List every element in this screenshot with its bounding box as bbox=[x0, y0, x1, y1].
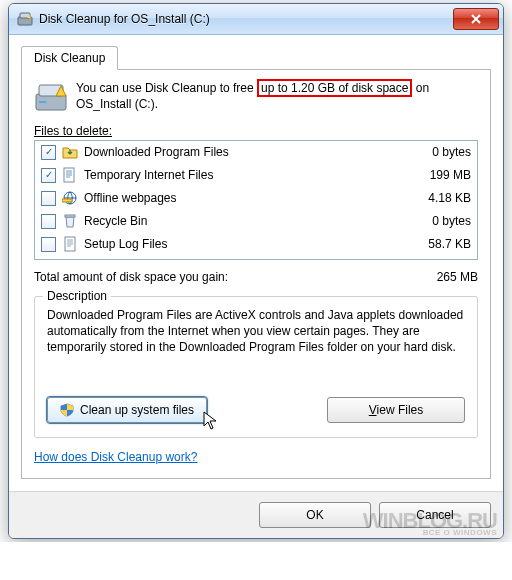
description-title: Description bbox=[43, 289, 111, 303]
files-to-delete-label: Files to delete: bbox=[34, 124, 478, 138]
tab-strip: Disk Cleanup bbox=[21, 46, 491, 70]
offline-web-icon bbox=[62, 190, 78, 206]
total-label: Total amount of disk space you gain: bbox=[34, 270, 437, 284]
cleanup-system-files-button[interactable]: Clean up system files bbox=[47, 397, 207, 423]
total-value: 265 MB bbox=[437, 270, 478, 284]
list-item-label: Downloaded Program Files bbox=[84, 145, 405, 159]
checkbox[interactable] bbox=[41, 237, 56, 252]
client-area: Disk Cleanup You can use Disk Cleanup to… bbox=[9, 35, 503, 491]
app-icon bbox=[17, 11, 33, 27]
tab-panel: You can use Disk Cleanup to free up to 1… bbox=[21, 69, 491, 479]
watermark-line2: ВСЕ О WINDOWS bbox=[363, 530, 497, 536]
list-item-size: 0 bytes bbox=[411, 145, 471, 159]
dialog-window: Disk Cleanup for OS_Install (C:) Disk Cl… bbox=[8, 3, 504, 539]
dialog-footer: OK Cancel WINBLOG.RU ВСЕ О WINDOWS bbox=[9, 491, 503, 538]
list-item[interactable]: Setup Log Files 58.7 KB bbox=[35, 233, 477, 256]
list-item-label: Offline webpages bbox=[84, 191, 405, 205]
intro-highlight: up to 1.20 GB of disk space bbox=[257, 79, 412, 97]
cancel-button[interactable]: Cancel bbox=[379, 502, 491, 528]
view-files-label: View Files bbox=[369, 403, 423, 417]
view-files-button[interactable]: View Files bbox=[327, 397, 465, 423]
intro-text: You can use Disk Cleanup to free up to 1… bbox=[76, 80, 478, 112]
checkbox[interactable] bbox=[41, 145, 56, 160]
svg-rect-8 bbox=[65, 215, 75, 217]
list-item-size: 58.7 KB bbox=[411, 237, 471, 251]
folder-download-icon bbox=[62, 144, 78, 160]
files-list[interactable]: Downloaded Program Files 0 bytes Tempora… bbox=[34, 140, 478, 260]
list-item[interactable]: Recycle Bin 0 bytes bbox=[35, 210, 477, 233]
disk-cleanup-icon bbox=[34, 80, 68, 114]
list-item-label: Setup Log Files bbox=[84, 237, 405, 251]
list-item-label: Temporary Internet Files bbox=[84, 168, 405, 182]
intro-prefix: You can use Disk Cleanup to free bbox=[76, 81, 257, 95]
close-button[interactable] bbox=[453, 8, 499, 30]
ok-button[interactable]: OK bbox=[259, 502, 371, 528]
list-item[interactable]: Temporary Internet Files 199 MB bbox=[35, 164, 477, 187]
list-item-size: 4.18 KB bbox=[411, 191, 471, 205]
recycle-bin-icon bbox=[62, 213, 78, 229]
titlebar[interactable]: Disk Cleanup for OS_Install (C:) bbox=[9, 4, 503, 35]
description-group: Description Downloaded Program Files are… bbox=[34, 296, 478, 438]
window-title: Disk Cleanup for OS_Install (C:) bbox=[39, 12, 453, 26]
intro-block: You can use Disk Cleanup to free up to 1… bbox=[34, 80, 478, 114]
checkbox[interactable] bbox=[41, 168, 56, 183]
tab-disk-cleanup[interactable]: Disk Cleanup bbox=[21, 46, 118, 70]
cancel-label: Cancel bbox=[416, 508, 453, 522]
list-item[interactable]: Offline webpages 4.18 KB bbox=[35, 187, 477, 210]
help-link[interactable]: How does Disk Cleanup work? bbox=[34, 450, 197, 464]
checkbox[interactable] bbox=[41, 191, 56, 206]
internet-file-icon bbox=[62, 167, 78, 183]
uac-shield-icon bbox=[60, 403, 74, 417]
description-text: Downloaded Program Files are ActiveX con… bbox=[47, 307, 465, 379]
list-item-size: 199 MB bbox=[411, 168, 471, 182]
list-item-label: Recycle Bin bbox=[84, 214, 405, 228]
svg-rect-7 bbox=[62, 199, 72, 202]
list-item[interactable]: Downloaded Program Files 0 bytes bbox=[35, 141, 477, 164]
cleanup-system-files-label: Clean up system files bbox=[80, 403, 194, 417]
list-item-size: 0 bytes bbox=[411, 214, 471, 228]
ok-label: OK bbox=[306, 508, 323, 522]
setup-log-icon bbox=[62, 236, 78, 252]
svg-rect-4 bbox=[39, 101, 46, 103]
total-row: Total amount of disk space you gain: 265… bbox=[34, 270, 478, 284]
checkbox[interactable] bbox=[41, 214, 56, 229]
